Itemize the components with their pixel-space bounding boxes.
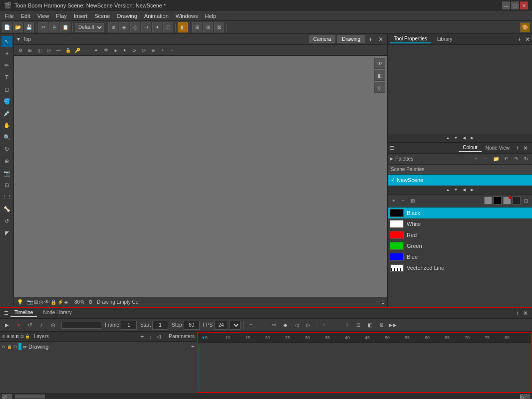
menu-view[interactable]: View [34,12,52,19]
bone-tool[interactable]: 🦴 [1,203,12,214]
camera-tool[interactable]: 📷 [1,168,12,179]
save-button[interactable]: 💾 [24,22,34,32]
onion-button[interactable]: ◎ [130,22,140,32]
refresh-palette-btn[interactable]: ↻ [522,155,530,163]
next-keyframe-btn[interactable]: ▷ [303,320,313,330]
redo-palette-btn[interactable]: ↷ [512,155,520,163]
dots-icon[interactable]: ⋯ [82,46,91,55]
folder-palette-btn[interactable]: 📁 [492,155,500,163]
keyframe-btn[interactable]: ◆ [280,320,290,330]
add-colour-panel[interactable]: + [514,145,521,152]
peg-button[interactable]: ⬡ [163,22,173,32]
menu-play[interactable]: Play [53,12,69,19]
animate-button[interactable]: ◈ [119,22,129,32]
library-tab[interactable]: Library [433,35,457,43]
tool-properties-tab[interactable]: Tool Properties [390,35,431,43]
motion-button[interactable]: ⇢ [141,22,151,32]
maximize-button[interactable]: □ [511,1,519,9]
colour-green[interactable]: Green [388,240,532,251]
more-btn[interactable]: ▶▶ [388,320,398,330]
add-timeline-panel[interactable]: + [514,310,521,317]
frame-input[interactable] [121,321,137,330]
zoom-tool[interactable]: 🔍 [1,132,12,143]
menu-edit[interactable]: Edit [18,12,33,19]
record-button[interactable]: ● [13,320,23,330]
arrow-up-btn[interactable]: ▲ [445,134,452,141]
comp-button[interactable]: ◧ [178,22,188,32]
titlebar-controls[interactable]: — □ ✕ [502,1,528,9]
menu-insert[interactable]: Insert [71,12,91,19]
rotate-tool[interactable]: ↻ [1,144,12,155]
prev-keyframe-btn[interactable]: ◁ [292,320,302,330]
text-tool[interactable]: T [1,72,12,83]
colour-blue[interactable]: Blue [388,251,532,262]
sound-button[interactable]: ♪ [36,320,46,330]
remove-colour-btn[interactable]: − [399,197,407,204]
colour-red[interactable]: Red [388,229,532,240]
close-colour-panel[interactable]: ✕ [521,145,530,152]
menu-help[interactable]: Help [202,12,219,19]
palette-newscene[interactable]: ✓ NewScene [388,175,532,186]
black-swatch[interactable] [494,197,502,204]
close-view-button[interactable]: ✕ [376,36,385,43]
start-input[interactable] [152,321,168,330]
stop-input[interactable] [184,321,200,330]
deform-button[interactable]: ⊕ [108,22,118,32]
paste-button[interactable]: 📋 [60,22,70,32]
arrow-left-btn[interactable]: ◀ [461,134,468,141]
onion-icon[interactable]: ◎ [44,46,53,55]
grid-icon[interactable]: ⊞ [25,46,34,55]
close-panel-button[interactable]: ✕ [525,36,530,43]
collapse-btn[interactable]: ◧ [365,320,375,330]
colour-arrow-right[interactable]: ▶ [469,186,476,193]
open-button[interactable]: 📂 [13,22,23,32]
duplicate-colour-btn[interactable]: ⊞ [409,197,417,204]
colour-arrow-up[interactable]: ▲ [445,186,452,193]
timeline-frames[interactable]: ▼ 5 10 15 20 25 30 35 40 45 50 55 60 65 … [197,332,532,393]
paint-tool[interactable]: 🪣 [1,96,12,107]
colour-white[interactable]: White [388,218,532,229]
pen-icon[interactable]: ✒ [92,46,101,55]
add2-icon[interactable]: + [168,46,177,55]
transform-tool[interactable]: ⊕ [1,156,12,167]
grid-button[interactable]: ⊞ [203,22,213,32]
layer-icon[interactable]: ◈ [111,46,120,55]
add-drawing-btn[interactable]: + [191,343,195,350]
paint-bucket-tool[interactable]: ◤ [1,227,12,238]
play-button[interactable]: ▶ [2,320,12,330]
eye-view-button[interactable]: 👁 [374,58,385,69]
scrubber-bar[interactable] [61,322,101,329]
minimize-button[interactable]: — [502,1,510,9]
camera-tab[interactable]: Camera [309,35,336,43]
lightbox-icon[interactable]: ◫ [35,46,44,55]
node-library-tab[interactable]: Node Library [39,309,75,317]
ease-btn[interactable]: ⌇ [342,320,352,330]
colour-vectorized[interactable]: Vectorized Line [388,262,532,273]
ik-button[interactable]: ✦ [152,22,162,32]
menu-scene[interactable]: Scene [91,12,113,19]
menu-drawing[interactable]: Drawing [114,12,140,19]
fps-input[interactable] [214,321,228,330]
menu-animation[interactable]: Animation [141,12,172,19]
arrow-down-btn[interactable]: ▼ [453,134,460,141]
settings-icon[interactable]: ⚙ [16,46,25,55]
eraser-tool[interactable]: ◻ [1,84,12,95]
new-button[interactable]: 📄 [2,22,12,32]
bone-icon[interactable]: ✦ [120,46,129,55]
eye-icon[interactable]: 👁 [101,46,110,55]
paint-swatch[interactable] [503,197,511,204]
export-btn[interactable]: ⊠ [376,320,386,330]
guides-button[interactable]: ⊠ [214,22,224,32]
pencil-tool[interactable]: ✏ [1,60,12,71]
compass-view-button[interactable]: ◇ [374,82,385,93]
canvas-area[interactable]: 👁 ◧ ◇ [14,56,387,297]
fps-select[interactable]: 24 [230,321,241,330]
magnet2-icon[interactable]: ◎ [139,46,148,55]
layer-order-btn[interactable]: ⊡ [353,320,363,330]
layer-drawing[interactable]: ⊙ 🔒 ⊡ ✏ Drawing + [0,342,197,352]
rewind-button[interactable]: ↺ [25,320,35,330]
node-tool[interactable]: ⊡ [1,180,12,191]
scroll-thumb[interactable] [15,395,45,399]
preset-select[interactable]: Default [75,23,104,32]
snap-icon[interactable]: ⊕ [149,46,158,55]
